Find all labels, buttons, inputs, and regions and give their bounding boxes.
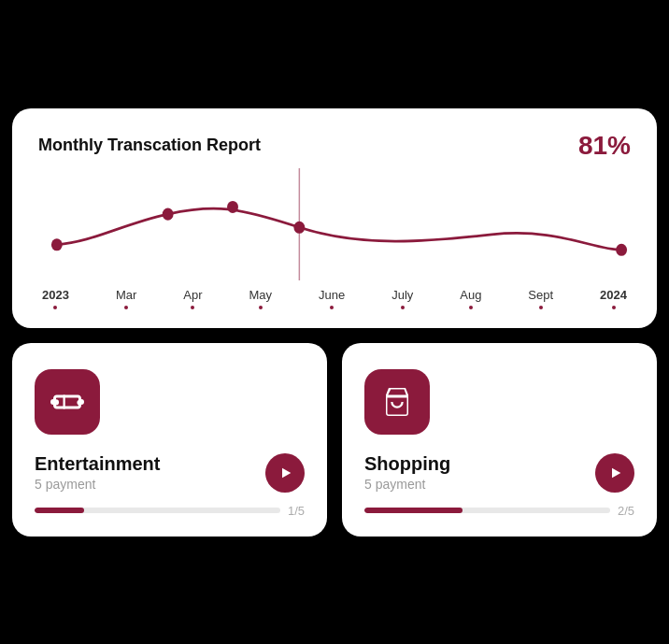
entertainment-info: Entertainment 5 payment (35, 453, 305, 493)
svg-marker-7 (282, 467, 291, 478)
chart-dot (539, 306, 543, 309)
shopping-icon-wrapper (364, 369, 430, 435)
chart-label-sept: Sept (528, 288, 553, 309)
chart-dot (612, 306, 616, 309)
svg-point-4 (293, 221, 305, 233)
shopping-progress-fill (364, 508, 463, 513)
chart-label-may: May (249, 288, 272, 309)
svg-rect-6 (64, 394, 65, 408)
chart-title: Monthly Transcation Report (38, 136, 261, 155)
svg-point-1 (51, 238, 63, 250)
shopping-play-button[interactable] (595, 453, 634, 493)
chart-label-2024: 2024 (600, 288, 627, 309)
chart-label-2023: 2023 (42, 288, 69, 309)
chart-card: Monthly Transcation Report 81% 2023 (12, 108, 657, 328)
main-container: Monthly Transcation Report 81% 2023 (12, 108, 657, 537)
chart-header: Monthly Transcation Report 81% (38, 131, 631, 161)
svg-point-5 (616, 243, 627, 255)
chart-dot (469, 306, 473, 309)
chart-area (38, 168, 631, 280)
svg-point-3 (227, 200, 238, 212)
shopping-progress-row: 2/5 (364, 504, 634, 518)
chart-label-mar: Mar (116, 288, 136, 309)
chart-dot (191, 306, 194, 309)
entertainment-progress-label: 1/5 (288, 504, 305, 518)
entertainment-text: Entertainment 5 payment (35, 453, 160, 492)
shopping-info: Shopping 5 payment (364, 453, 634, 493)
cards-row: Entertainment 5 payment 1/5 (12, 343, 657, 537)
shopping-payment: 5 payment (364, 477, 450, 492)
shopping-progress-bar (364, 508, 610, 513)
entertainment-name: Entertainment (35, 453, 160, 475)
shopping-progress-label: 2/5 (618, 504, 634, 518)
shopping-name: Shopping (364, 453, 450, 475)
shopping-bag-icon (380, 385, 414, 419)
chart-dot (330, 306, 334, 309)
entertainment-card: Entertainment 5 payment 1/5 (12, 343, 327, 537)
ticket-icon (50, 385, 84, 419)
chart-dot (124, 306, 128, 309)
chart-label-apr: Apr (183, 288, 202, 309)
chart-dot (259, 306, 263, 309)
entertainment-progress-bar (35, 508, 280, 513)
chart-label-june: June (319, 288, 345, 309)
chart-dot (53, 306, 57, 309)
svg-point-2 (163, 208, 174, 220)
svg-marker-8 (612, 467, 620, 478)
entertainment-icon-wrapper (35, 369, 100, 435)
shopping-text: Shopping 5 payment (364, 453, 450, 492)
entertainment-play-button[interactable] (265, 453, 305, 493)
entertainment-progress-row: 1/5 (35, 504, 305, 518)
shopping-card: Shopping 5 payment 2/5 (342, 343, 657, 537)
chart-label-july: July (391, 288, 413, 309)
entertainment-payment: 5 payment (35, 477, 160, 492)
chart-dot (401, 306, 405, 309)
chart-labels: 2023 Mar Apr May June July (38, 288, 631, 309)
entertainment-progress-fill (35, 508, 84, 513)
chart-label-aug: Aug (460, 288, 481, 309)
play-icon (608, 465, 623, 480)
chart-percent: 81% (578, 131, 631, 161)
chart-svg (38, 168, 631, 280)
play-icon (278, 465, 293, 480)
